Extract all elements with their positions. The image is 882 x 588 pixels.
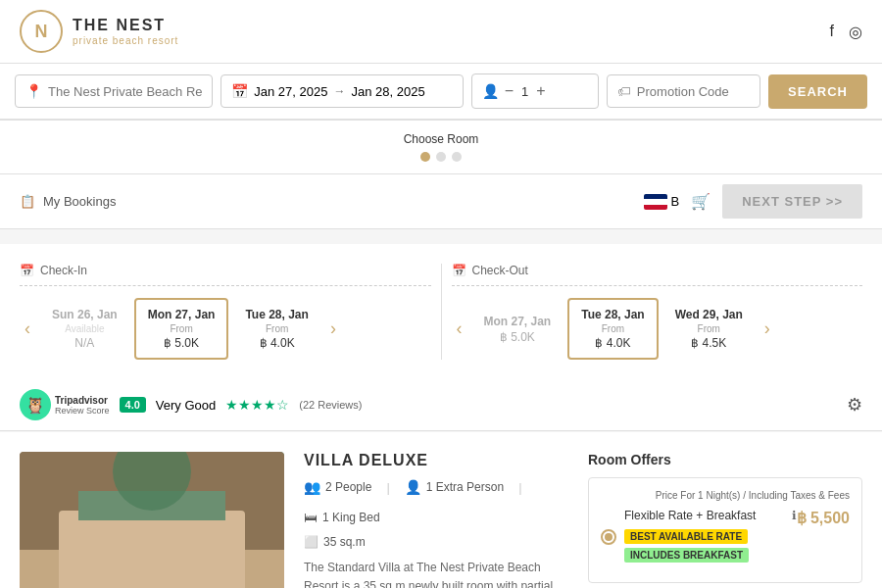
checkout-day-tue[interactable]: Tue 28, Jan From ฿ 4.0K — [567, 298, 658, 360]
brand-name: THE NEST — [73, 16, 178, 34]
room-main-image[interactable] — [20, 452, 284, 588]
search-bar: 📍 📅 Jan 27, 2025 → Jan 28, 2025 👤 − 1 + … — [0, 64, 882, 121]
checkout-label: 📅 Check-Out — [452, 264, 863, 286]
step-label: Choose Room — [20, 132, 862, 146]
bookings-bar: 📋 My Bookings B 🛒 NEXT STEP >> — [0, 174, 882, 229]
size-icon: ⬜ — [304, 535, 318, 549]
location-field: 📍 — [15, 74, 213, 108]
guests-icon: 👤 — [482, 83, 499, 99]
cart-icon[interactable]: 🛒 — [691, 192, 710, 211]
progress-section: Choose Room — [0, 121, 882, 174]
logo-text: THE NEST private beach resort — [73, 16, 178, 46]
room-offers-title: Room Offers — [588, 452, 862, 467]
checkin-day-mon[interactable]: Mon 27, Jan From ฿ 5.0K — [134, 298, 229, 360]
checkout-day-wed[interactable]: Wed 29, Jan From ฿ 4.5K — [663, 300, 755, 358]
checkin-next-button[interactable]: › — [325, 314, 341, 344]
people-icon: 👥 — [304, 479, 320, 495]
checkout-prev-button[interactable]: ‹ — [452, 314, 467, 344]
tripadvisor-brand-text: Tripadvisor Review Score — [55, 395, 110, 416]
step-dot-3 — [452, 152, 462, 162]
room-title: VILLA DELUXE — [304, 452, 568, 469]
room-image-content — [20, 452, 284, 588]
guests-increase-button[interactable]: + — [536, 82, 545, 100]
logo-area: N THE NEST private beach resort — [20, 10, 178, 53]
bookings-right: B 🛒 NEXT STEP >> — [644, 184, 862, 219]
checkout-calendar-icon: 📅 — [452, 264, 466, 277]
offer-name: Flexible Rate + Breakfast — [624, 509, 792, 522]
lang-code: B — [671, 194, 680, 209]
step-dot-2 — [436, 152, 446, 162]
calendar-section: 📅 Check-In ‹ Sun 26, Jan Available N/A M… — [0, 244, 882, 379]
promo-field: 🏷 — [607, 74, 760, 108]
bookings-label[interactable]: My Bookings — [43, 194, 116, 209]
offer-radio-inner — [605, 533, 612, 541]
room-card: VILLA DELUXE 👥 2 People | 👤 1 Extra Pers… — [0, 432, 882, 588]
tripadvisor-left: 🦉 Tripadvisor Review Score 4.0 Very Good… — [20, 389, 362, 420]
checkout-days: ‹ Mon 27, Jan ฿ 5.0K Tue 28, Jan From ฿ … — [452, 298, 863, 360]
date-arrow: → — [333, 84, 345, 98]
tripadvisor-reviews: (22 Reviews) — [299, 399, 362, 411]
next-step-button: NEXT STEP >> — [722, 184, 862, 219]
room-images — [20, 452, 284, 588]
tripadvisor-owl-icon: 🦉 — [20, 389, 51, 420]
checkin-prev-button[interactable]: ‹ — [20, 314, 35, 344]
size-value: 35 sq.m — [323, 535, 366, 549]
offer-price: ฿ 5,500 — [797, 509, 850, 527]
tripadvisor-logo: 🦉 Tripadvisor Review Score — [20, 389, 110, 420]
checkout-date[interactable]: Jan 28, 2025 — [351, 84, 424, 99]
logo-circle: N — [20, 10, 63, 53]
room-info: VILLA DELUXE 👥 2 People | 👤 1 Extra Pers… — [304, 452, 568, 588]
offer-price-label: Price For 1 Night(s) / Including Taxes &… — [656, 490, 850, 501]
checkout-next-button[interactable]: › — [760, 314, 775, 344]
room-feature-bed: 🛏 1 King Bed — [304, 510, 380, 525]
tripadvisor-score: 4.0 — [120, 397, 146, 413]
checkout-day-mon[interactable]: Mon 27, Jan ฿ 5.0K — [472, 307, 564, 352]
offer-card: Price For 1 Night(s) / Including Taxes &… — [588, 477, 862, 583]
badge-best-rate: BEST AVAILABLE RATE — [624, 529, 748, 544]
instagram-icon[interactable]: ◎ — [849, 23, 862, 41]
checkin-day-tue[interactable]: Tue 28, Jan From ฿ 4.0K — [233, 300, 319, 358]
guests-decrease-button[interactable]: − — [505, 82, 514, 100]
promo-icon: 🏷 — [617, 83, 631, 99]
checkin-label: 📅 Check-In — [20, 264, 431, 286]
dates-field: 📅 Jan 27, 2025 → Jan 28, 2025 — [220, 74, 463, 108]
filter-icon[interactable]: ⚙ — [847, 394, 862, 416]
location-input[interactable] — [48, 84, 202, 99]
extra-person-icon: 👤 — [405, 479, 421, 495]
brand-sub: private beach resort — [73, 35, 178, 47]
offer-header: Price For 1 Night(s) / Including Taxes &… — [601, 490, 850, 501]
calendar-icon: 📅 — [231, 83, 248, 99]
badge-includes-breakfast: INCLUDES BREAKFAST — [624, 548, 749, 563]
location-icon: 📍 — [25, 83, 42, 99]
tripadvisor-bar: 🦉 Tripadvisor Review Score 4.0 Very Good… — [0, 379, 882, 431]
search-button[interactable]: SEARCH — [768, 74, 867, 109]
calendar-divider — [441, 264, 442, 360]
checkin-date[interactable]: Jan 27, 2025 — [254, 84, 327, 99]
room-feature-people: 👥 2 People — [304, 479, 371, 495]
flag-uk — [644, 194, 667, 210]
room-description: The Standard Villa at The Nest Private B… — [304, 559, 568, 588]
promo-input[interactable] — [637, 84, 750, 99]
offer-badges: BEST AVAILABLE RATE INCLUDES BREAKFAST — [624, 527, 850, 564]
tripadvisor-stars: ★★★★☆ — [225, 397, 289, 413]
checkout-calendar: 📅 Check-Out ‹ Mon 27, Jan ฿ 5.0K Tue 28,… — [452, 264, 863, 360]
guests-count: 1 — [521, 84, 528, 99]
room-offers: Room Offers Price For 1 Night(s) / Inclu… — [588, 452, 862, 588]
room-features: 👥 2 People | 👤 1 Extra Person | 🛏 1 King… — [304, 479, 568, 525]
checkin-calendar-icon: 📅 — [20, 264, 34, 277]
social-icons: f ◎ — [830, 23, 862, 41]
tripadvisor-rating-label: Very Good — [156, 398, 216, 413]
step-indicator — [20, 152, 862, 162]
language-selector[interactable]: B — [644, 194, 680, 210]
bookings-left: 📋 My Bookings — [20, 194, 116, 209]
facebook-icon[interactable]: f — [830, 23, 834, 40]
header: N THE NEST private beach resort f ◎ — [0, 0, 882, 64]
offer-radio[interactable] — [601, 529, 616, 545]
step-dot-1 — [420, 152, 430, 162]
bed-icon: 🛏 — [304, 510, 318, 525]
offer-details: Flexible Rate + Breakfast ℹ ฿ 5,500 BEST… — [624, 509, 850, 564]
bookings-icon: 📋 — [20, 194, 35, 209]
checkin-day-sun[interactable]: Sun 26, Jan Available N/A — [40, 300, 129, 358]
room-size: ⬜ 35 sq.m — [304, 535, 568, 549]
checkin-days: ‹ Sun 26, Jan Available N/A Mon 27, Jan … — [20, 298, 431, 360]
